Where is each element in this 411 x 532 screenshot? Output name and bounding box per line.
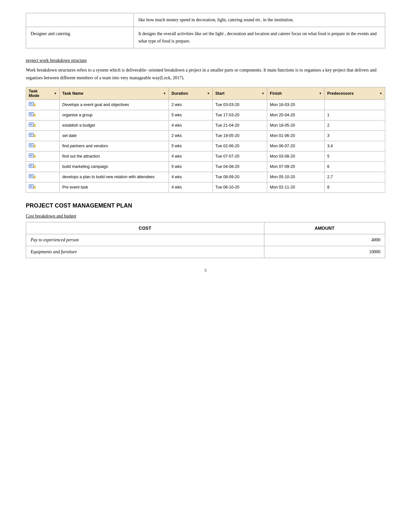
project-table-row: develops a plan to build new relation wi… — [26, 172, 385, 182]
task-duration-cell: 4 wks — [169, 151, 212, 161]
top-table-cell-value-2: It designs the overall activities like s… — [134, 27, 385, 48]
table-row: Designer and catering It designs the ove… — [26, 27, 385, 48]
task-predecessors-cell: 2,7 — [325, 172, 385, 182]
cost-label-cell: Equipments and furniture — [26, 246, 264, 258]
table-row: like how much money spend in decoration,… — [26, 13, 385, 27]
task-duration-cell: 2 wks — [169, 131, 212, 141]
task-start-cell: Tue 19-05-20 — [212, 131, 267, 141]
task-mode-icon — [29, 122, 36, 128]
task-mode-cell — [26, 161, 60, 172]
task-name-cell: develops a plan to build new relation wi… — [60, 172, 169, 182]
task-name-cell: build marketing campaign — [60, 161, 169, 172]
task-predecessors-cell: 8 — [325, 182, 385, 192]
col-predecessors[interactable]: Predecessors ▼ — [325, 87, 385, 100]
task-name-cell: find out the attraction — [60, 151, 169, 161]
task-predecessors-cell: 1 — [325, 110, 385, 120]
task-name-dropdown-icon[interactable]: ▼ — [163, 92, 166, 95]
page-number-value: 5 — [204, 268, 207, 273]
task-mode-icon — [29, 112, 36, 118]
svg-marker-37 — [34, 176, 35, 178]
project-table-row: Pre event task 4 wks Tue 06-10-20 Mon 02… — [26, 182, 385, 192]
task-mode-cell — [26, 151, 60, 161]
svg-marker-22 — [34, 145, 35, 147]
duration-dropdown-icon[interactable]: ▼ — [207, 92, 210, 95]
task-duration-cell: 5 wks — [169, 141, 212, 151]
task-name-cell: organise a group — [60, 110, 169, 120]
task-name-cell: set date — [60, 131, 169, 141]
cost-breakdown-table: COST AMOUNT Pay to experienced person 40… — [26, 222, 385, 258]
task-duration-cell: 4 wks — [169, 172, 212, 182]
task-mode-cell — [26, 110, 60, 120]
task-mode-cell — [26, 131, 60, 141]
task-finish-cell: Mon 06-07-20 — [267, 141, 325, 151]
top-info-table: like how much money spend in decoration,… — [26, 13, 385, 48]
task-mode-cell — [26, 120, 60, 131]
page-number: 5 — [26, 268, 385, 273]
cost-col-amount-header: AMOUNT — [264, 222, 385, 234]
col-task-name-label: Task Name — [62, 91, 83, 96]
col-task-name[interactable]: Task Name ▼ — [60, 87, 169, 100]
task-mode-icon — [29, 174, 36, 179]
col-duration[interactable]: Duration ▼ — [169, 87, 212, 100]
task-mode-cell — [26, 141, 60, 151]
top-table-cell-label-2: Designer and catering — [26, 27, 134, 48]
task-start-cell: Tue 02-06-20 — [212, 141, 267, 151]
col-task-mode-label: TaskMode — [29, 89, 39, 98]
project-gantt-table: TaskMode ▼ Task Name ▼ Duration ▼ Start — [26, 87, 385, 193]
task-name-cell: establish a budget — [60, 120, 169, 131]
svg-marker-12 — [34, 124, 35, 127]
project-table-row: organise a group 5 wks Tue 17-03-20 Mon … — [26, 110, 385, 120]
task-mode-icon — [29, 132, 36, 138]
task-name-cell: find partners and vendors — [60, 141, 169, 151]
task-finish-cell: Mon 18-05-20 — [267, 120, 325, 131]
project-table-row: find out the attraction 4 wks Tue 07-07-… — [26, 151, 385, 161]
svg-marker-17 — [34, 135, 35, 137]
task-mode-icon — [29, 143, 36, 149]
task-mode-cell — [26, 182, 60, 192]
task-start-cell: Tue 17-03-20 — [212, 110, 267, 120]
section-body-wbs: Work breakdown structures refers to a sy… — [26, 66, 385, 82]
col-finish[interactable]: Finish ▼ — [267, 87, 325, 100]
task-finish-cell: Mon 01-06-20 — [267, 131, 325, 141]
col-start[interactable]: Start ▼ — [212, 87, 267, 100]
task-start-cell: Tue 03-03-20 — [212, 100, 267, 110]
task-mode-cell — [26, 172, 60, 182]
start-dropdown-icon[interactable]: ▼ — [261, 92, 264, 95]
task-name-cell: Pre event task — [60, 182, 169, 192]
task-predecessors-cell — [325, 100, 385, 110]
task-finish-cell: Mon 16-03-20 — [267, 100, 325, 110]
cost-col-cost-header: COST — [26, 222, 264, 234]
cost-amount-cell: 10000 — [264, 246, 385, 258]
task-finish-cell: Mon 03-08-20 — [267, 151, 325, 161]
task-mode-icon — [29, 184, 36, 190]
col-predecessors-label: Predecessors — [327, 91, 354, 96]
cost-amount-cell: 4000 — [264, 234, 385, 246]
task-finish-cell: Mon 07-09-20 — [267, 161, 325, 172]
task-predecessors-cell: 6 — [325, 161, 385, 172]
task-start-cell: Tue 21-04-20 — [212, 120, 267, 131]
cost-label-cell: Pay to experienced person — [26, 234, 264, 246]
task-start-cell: Tue 08-09-20 — [212, 172, 267, 182]
task-mode-icon — [29, 153, 36, 159]
svg-marker-32 — [34, 166, 35, 168]
task-name-cell: Develops a event goal and objectives — [60, 100, 169, 110]
top-table-cell-label-1 — [26, 13, 134, 27]
project-table-row: find partners and vendors 5 wks Tue 02-0… — [26, 141, 385, 151]
task-mode-icon — [29, 102, 36, 107]
predecessors-dropdown-icon[interactable]: ▼ — [379, 92, 382, 95]
task-predecessors-cell: 5 — [325, 151, 385, 161]
task-start-cell: Tue 06-10-20 — [212, 182, 267, 192]
project-table-row: Develops a event goal and objectives 2 w… — [26, 100, 385, 110]
col-start-label: Start — [215, 91, 224, 96]
cost-table-row: Pay to experienced person 4000 — [26, 234, 385, 246]
task-duration-cell: 5 wks — [169, 110, 212, 120]
col-task-mode[interactable]: TaskMode ▼ — [26, 87, 60, 100]
svg-marker-42 — [34, 186, 35, 189]
task-mode-cell — [26, 100, 60, 110]
task-mode-dropdown-icon[interactable]: ▼ — [54, 92, 57, 95]
task-predecessors-cell: 2 — [325, 120, 385, 131]
finish-dropdown-icon[interactable]: ▼ — [319, 92, 322, 95]
svg-marker-2 — [34, 104, 35, 106]
top-table-cell-value-1: like how much money spend in decoration,… — [134, 13, 385, 27]
task-finish-cell: Mon 05-10-20 — [267, 172, 325, 182]
